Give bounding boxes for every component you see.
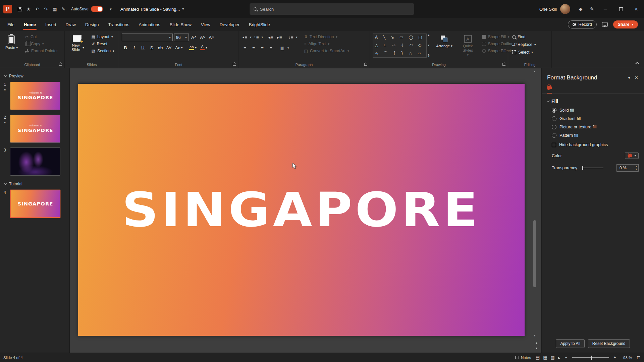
bold-button[interactable]: B bbox=[122, 44, 129, 51]
tab-animations[interactable]: Animations bbox=[134, 18, 165, 31]
shapes-row-2[interactable]: △ ∟ ⇨ ⇩ ◠ ◇ bbox=[375, 43, 424, 48]
title-chevron-icon[interactable] bbox=[182, 7, 184, 11]
font-name-combobox[interactable] bbox=[122, 34, 173, 41]
notes-button[interactable]: Notes bbox=[515, 356, 531, 360]
align-left-button[interactable] bbox=[241, 44, 249, 52]
arrange-button[interactable]: Arrange bbox=[433, 34, 455, 50]
tab-brightslide[interactable]: BrightSlide bbox=[244, 18, 275, 31]
font-name-input[interactable] bbox=[124, 35, 169, 40]
decrease-indent-button[interactable] bbox=[267, 34, 274, 41]
shapes-gallery[interactable]: A ╲ ↘ ▭ ◯ ▢ △ ∟ ⇨ ⇩ ◠ ◇ ∿ ⌒ { } ☆ ▱ bbox=[373, 34, 427, 58]
reset-background-button[interactable]: Reset Background bbox=[588, 339, 630, 348]
strikethrough-button[interactable]: ab bbox=[157, 44, 164, 51]
shapes-scroll-up-icon[interactable] bbox=[428, 34, 430, 37]
drawing-dialog-launcher-icon[interactable] bbox=[502, 63, 505, 66]
shapes-scroll-down-icon[interactable] bbox=[428, 44, 430, 47]
color-picker-button[interactable] bbox=[625, 153, 639, 159]
transparency-slider[interactable] bbox=[582, 168, 603, 168]
align-center-button[interactable] bbox=[250, 44, 257, 52]
paste-button[interactable]: Paste bbox=[3, 34, 20, 52]
slideshow-button[interactable] bbox=[558, 355, 560, 360]
spin-down-icon[interactable] bbox=[636, 168, 637, 171]
record-button[interactable]: Record bbox=[568, 20, 596, 28]
animation-star-icon[interactable] bbox=[4, 88, 6, 91]
tab-insert[interactable]: Insert bbox=[41, 18, 61, 31]
previous-slide-button[interactable] bbox=[536, 341, 537, 345]
canvas-scrollbar[interactable] bbox=[533, 70, 537, 337]
maximize-button[interactable] bbox=[613, 0, 629, 18]
autosave-toggle[interactable] bbox=[91, 6, 103, 12]
justify-button[interactable] bbox=[267, 44, 275, 52]
redo-icon[interactable] bbox=[42, 5, 50, 13]
panel-close-icon[interactable] bbox=[634, 75, 639, 80]
slide-1-thumbnail[interactable]: Welcome to SINGAPORE bbox=[10, 82, 60, 110]
align-right-button[interactable] bbox=[259, 44, 266, 52]
section-header-tutorial[interactable]: Tutorial bbox=[0, 180, 69, 188]
slide-indicator[interactable]: Slide 4 of 4 bbox=[3, 356, 23, 360]
shapes-row-3[interactable]: ∿ ⌒ { } ☆ ▱ bbox=[375, 51, 424, 56]
apply-to-all-button[interactable]: Apply to All bbox=[556, 339, 584, 348]
scroll-down-icon[interactable] bbox=[534, 334, 536, 337]
user-name[interactable]: One Skill bbox=[539, 7, 557, 12]
section-button[interactable]: Section bbox=[90, 48, 116, 54]
zoom-percentage[interactable]: 93 % bbox=[621, 356, 632, 360]
tab-view[interactable]: View bbox=[196, 18, 215, 31]
undo-icon[interactable] bbox=[33, 5, 42, 13]
shapes-row-1[interactable]: A ╲ ↘ ▭ ◯ ▢ bbox=[375, 35, 424, 40]
slide-editor[interactable]: SINGAPORE bbox=[78, 84, 525, 336]
line-spacing-button[interactable] bbox=[287, 34, 294, 41]
normal-view-button[interactable] bbox=[536, 355, 540, 360]
next-slide-button[interactable] bbox=[536, 347, 537, 350]
slide-4-thumbnail[interactable]: SINGAPORE bbox=[10, 190, 60, 218]
close-button[interactable] bbox=[629, 0, 644, 18]
picture-fill-radio[interactable]: Picture or texture fill bbox=[552, 125, 639, 129]
underline-button[interactable]: U bbox=[139, 44, 147, 51]
copy-button[interactable]: Copy bbox=[24, 41, 59, 47]
columns-button[interactable] bbox=[279, 44, 286, 52]
slide-canvas[interactable]: SINGAPORE bbox=[70, 68, 541, 353]
new-slide-button[interactable]: New Slide bbox=[67, 34, 87, 54]
find-button[interactable]: Find bbox=[511, 34, 549, 40]
increase-indent-button[interactable] bbox=[276, 34, 283, 41]
format-painter-button[interactable]: Format Painter bbox=[24, 48, 59, 54]
pattern-fill-radio[interactable]: Pattern fill bbox=[552, 133, 639, 138]
slide-sorter-qat-icon[interactable] bbox=[50, 5, 59, 13]
fill-section-header[interactable]: Fill bbox=[547, 99, 639, 104]
designer-icon[interactable] bbox=[575, 3, 586, 15]
text-highlight-button[interactable]: ab bbox=[188, 44, 198, 51]
change-case-button[interactable]: Aa bbox=[174, 44, 183, 51]
convert-to-smartart-button[interactable]: Convert to SmartArt bbox=[303, 48, 351, 54]
bullets-button[interactable] bbox=[241, 34, 249, 41]
minimize-button[interactable] bbox=[598, 0, 613, 18]
character-spacing-button[interactable]: AV bbox=[165, 44, 173, 51]
font-color-button[interactable]: A bbox=[199, 44, 208, 51]
slide-3-thumbnail[interactable] bbox=[10, 147, 60, 176]
decrease-font-size-button[interactable]: A˅ bbox=[199, 34, 206, 41]
zoom-in-button[interactable] bbox=[614, 356, 616, 360]
search-bar[interactable] bbox=[250, 3, 414, 15]
solid-fill-radio[interactable]: Solid fill bbox=[552, 108, 639, 113]
document-title[interactable]: Animated Title Slide • Saving... bbox=[120, 7, 184, 12]
search-input[interactable] bbox=[260, 7, 410, 12]
clipboard-dialog-launcher-icon[interactable] bbox=[59, 63, 62, 66]
zoom-slider[interactable] bbox=[572, 357, 609, 358]
hide-background-graphics-checkbox[interactable]: Hide background graphics bbox=[552, 142, 639, 147]
select-button[interactable]: Select bbox=[511, 50, 549, 55]
comments-icon[interactable] bbox=[602, 22, 608, 27]
scroll-up-icon[interactable] bbox=[534, 70, 536, 73]
clear-formatting-button[interactable]: A× bbox=[208, 34, 215, 41]
reading-view-button[interactable] bbox=[551, 355, 555, 360]
shapes-more-icon[interactable] bbox=[428, 54, 430, 58]
quick-styles-button[interactable]: A Quick Styles bbox=[459, 34, 477, 58]
cut-button[interactable]: Cut bbox=[24, 34, 59, 40]
section-header-preview[interactable]: Preview bbox=[0, 72, 69, 80]
italic-button[interactable]: I bbox=[130, 44, 138, 51]
gradient-fill-radio[interactable]: Gradient fill bbox=[552, 116, 639, 121]
font-dialog-launcher-icon[interactable] bbox=[233, 63, 236, 66]
reset-button[interactable]: Reset bbox=[90, 41, 116, 47]
align-text-button[interactable]: Align Text bbox=[303, 41, 351, 47]
slide-sorter-view-button[interactable] bbox=[543, 355, 547, 360]
favorite-icon[interactable] bbox=[24, 5, 33, 13]
tab-slide-show[interactable]: Slide Show bbox=[165, 18, 196, 31]
animation-star-icon[interactable] bbox=[4, 121, 6, 124]
